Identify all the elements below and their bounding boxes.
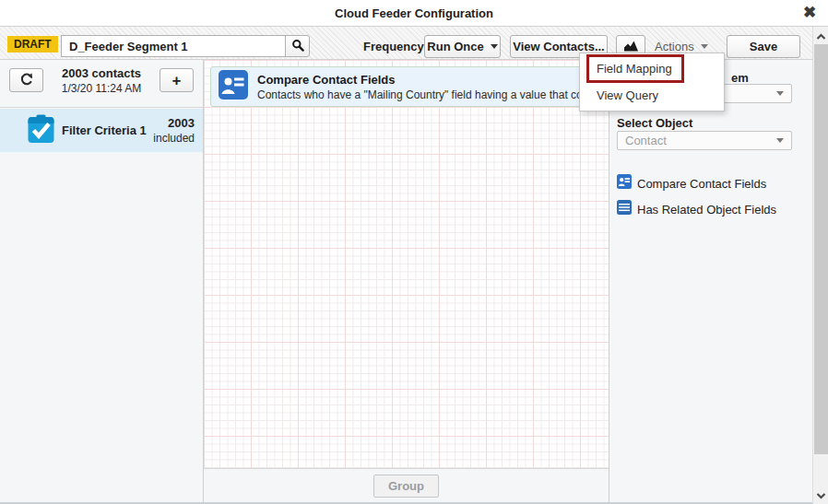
sidebar-header: 2003 contacts 1/3/20 11:24 AM + [0, 60, 203, 108]
search-icon [291, 39, 304, 54]
close-icon[interactable]: ✖ [799, 3, 820, 23]
frequency-label: Frequency [363, 40, 424, 53]
palette-item-compare-contact-fields[interactable]: Compare Contact Fields [617, 174, 766, 193]
filter-criteria-list-item[interactable]: Filter Criteria 1 2003 included [0, 109, 203, 152]
filter-criteria-stats: 2003 included [153, 116, 203, 145]
search-button[interactable] [285, 35, 310, 57]
card-description: Contacts who have a "Mailing Country" fi… [257, 88, 597, 101]
dialog-title: Cloud Feeder Configuration [335, 6, 493, 20]
run-once-dropdown-button[interactable]: Run Once [424, 35, 501, 58]
title-bar: Cloud Feeder Configuration ✖ [0, 0, 828, 27]
scroll-down-button[interactable] [813, 487, 828, 502]
save-button[interactable]: Save [727, 35, 800, 58]
run-once-label: Run Once [427, 40, 483, 53]
included-count: 2003 [153, 116, 195, 130]
add-criteria-button[interactable]: + [160, 68, 194, 92]
card-text: Compare Contact Fields Contacts who have… [257, 73, 597, 101]
annotation-highlight-box: Field Mapping [586, 54, 684, 83]
group-button[interactable]: Group [373, 475, 439, 498]
menu-item-view-query[interactable]: View Query [580, 83, 724, 107]
last-run-timestamp: 1/3/20 11:24 AM [46, 82, 157, 95]
chevron-down-icon [776, 138, 784, 143]
included-label: included [153, 132, 195, 145]
card-title: Compare Contact Fields [257, 73, 597, 87]
canvas-footer: Group [204, 468, 609, 502]
object-select-dropdown[interactable]: Contact [617, 131, 792, 150]
save-label: Save [750, 40, 777, 53]
filter-criteria-name: Filter Criteria 1 [62, 123, 147, 137]
cloud-feeder-configuration-dialog: Cloud Feeder Configuration ✖ DRAFT Frequ… [0, 0, 828, 504]
actions-menu: Field Mapping View Query [579, 53, 725, 111]
checklist-clipboard-icon [28, 114, 54, 147]
actions-dropdown-trigger[interactable]: Actions [655, 40, 708, 53]
filter-design-canvas: Compare Contact Fields Contacts who have… [204, 60, 609, 468]
chevron-down-icon [491, 44, 498, 49]
criteria-sidebar: 2003 contacts 1/3/20 11:24 AM + Filter C… [0, 60, 204, 504]
select-item-label-fragment: em [731, 71, 749, 85]
contact-card-icon [219, 70, 248, 103]
menu-item-field-mapping[interactable]: Field Mapping [580, 53, 724, 83]
select-object-label: Select Object [617, 116, 692, 130]
chevron-down-icon [776, 91, 784, 96]
palette-item-label: Has Related Object Fields [637, 203, 776, 217]
chevron-down-icon [701, 44, 708, 49]
palette-item-has-related-object-fields[interactable]: Has Related Object Fields [617, 200, 776, 218]
selected-object-value: Contact [625, 134, 667, 147]
contacts-count: 2003 contacts [46, 66, 157, 80]
menu-item-label: Field Mapping [597, 62, 672, 76]
contact-card-icon [617, 174, 632, 193]
stacked-layers-icon [617, 200, 632, 218]
status-badge: DRAFT [7, 36, 58, 53]
scroll-up-button[interactable] [813, 29, 828, 43]
refresh-icon [19, 72, 34, 89]
view-contacts-label: View Contacts... [513, 40, 604, 53]
palette-item-label: Compare Contact Fields [637, 177, 766, 191]
refresh-button[interactable] [9, 68, 43, 92]
chevron-up-icon [816, 28, 826, 44]
vertical-scrollbar[interactable] [812, 27, 828, 504]
contacts-summary: 2003 contacts 1/3/20 11:24 AM [46, 66, 157, 95]
field-palette-panel: em Select Object Contact Compare Contact… [609, 60, 812, 504]
chevron-down-icon [816, 486, 826, 503]
scrollbar-thumb[interactable] [814, 44, 828, 454]
segment-name-input[interactable] [61, 35, 286, 57]
actions-label: Actions [655, 40, 694, 53]
compare-contact-fields-card[interactable]: Compare Contact Fields Contacts who have… [210, 66, 605, 107]
